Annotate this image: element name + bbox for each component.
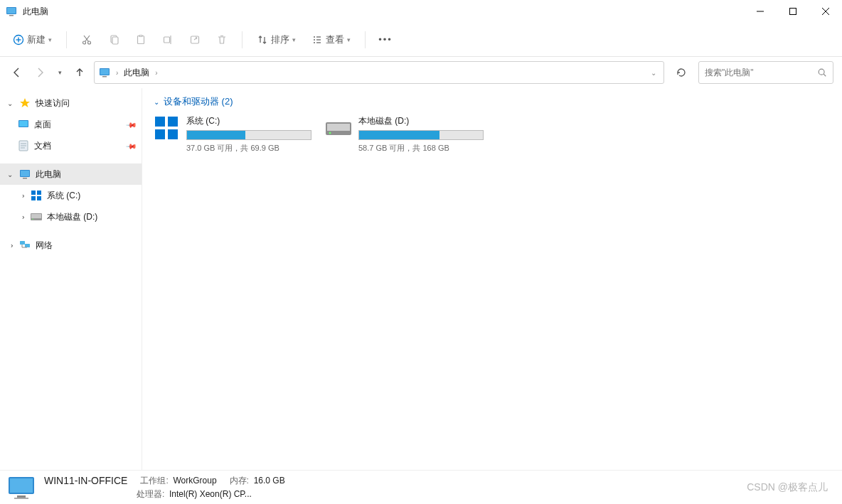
svg-rect-41 xyxy=(23,178,27,179)
new-button[interactable]: 新建 ▾ xyxy=(7,29,58,50)
forward-button[interactable] xyxy=(31,64,48,81)
address-dropdown[interactable]: ⌄ xyxy=(648,69,659,77)
svg-rect-1 xyxy=(7,8,16,14)
drive-usage-bar xyxy=(186,130,311,140)
cut-icon xyxy=(81,34,92,45)
toolbar: 新建 ▾ 排序 ▾ 查看 ▾ ••• xyxy=(0,23,842,57)
drive-usage-fill xyxy=(359,131,439,139)
network-icon xyxy=(18,240,31,251)
recent-button[interactable]: ▾ xyxy=(54,64,65,81)
status-bar: WIN11-IN-OFFICE 工作组: WorkGroup 内存: 16.0 … xyxy=(0,470,842,504)
back-button[interactable] xyxy=(9,64,26,81)
svg-rect-42 xyxy=(31,191,36,195)
svg-rect-47 xyxy=(31,214,41,218)
cpu-value: Intel(R) Xeon(R) CP... xyxy=(169,489,252,499)
chevron-right-icon[interactable]: ⌄ xyxy=(6,241,14,250)
app-icon xyxy=(6,6,17,17)
up-button[interactable] xyxy=(71,64,88,81)
svg-rect-53 xyxy=(155,117,165,127)
tree-label: 本地磁盘 (D:) xyxy=(47,211,97,223)
drive-item-d[interactable]: 本地磁盘 (D:) 58.7 GB 可用，共 168 GB xyxy=(326,115,489,154)
minimize-button[interactable] xyxy=(744,0,777,23)
svg-point-59 xyxy=(329,132,331,134)
svg-rect-20 xyxy=(191,36,199,43)
chevron-down-icon: ▾ xyxy=(347,36,351,43)
search-input[interactable] xyxy=(705,68,817,77)
drive-windows-icon xyxy=(154,115,179,141)
copy-button[interactable] xyxy=(102,30,125,50)
svg-rect-58 xyxy=(327,124,350,131)
rename-button[interactable] xyxy=(156,30,179,50)
window-controls xyxy=(744,0,842,23)
chevron-right-icon[interactable]: ⌄ xyxy=(18,191,26,200)
share-icon xyxy=(189,34,201,45)
more-icon: ••• xyxy=(380,34,391,45)
section-header-devices[interactable]: ⌄ 设备和驱动器 (2) xyxy=(154,95,831,108)
content-pane: ⌄ 设备和驱动器 (2) 系统 (C:) 37.0 GB 可用，共 69.9 G… xyxy=(142,88,842,470)
more-button[interactable]: ••• xyxy=(374,30,397,50)
search-box[interactable] xyxy=(698,61,833,84)
drive-status: 58.7 GB 可用，共 168 GB xyxy=(358,143,489,154)
tree-item-desktop[interactable]: 桌面 📌 xyxy=(0,114,142,135)
svg-point-48 xyxy=(32,219,33,220)
drive-item-c[interactable]: 系统 (C:) 37.0 GB 可用，共 69.9 GB xyxy=(154,115,317,154)
drive-info: 本地磁盘 (D:) 58.7 GB 可用，共 168 GB xyxy=(358,115,489,154)
tree-item-quick-access[interactable]: ⌄ 快速访问 xyxy=(0,92,142,114)
breadcrumb-item[interactable]: 此电脑 xyxy=(124,67,149,79)
pin-icon: 📌 xyxy=(126,140,137,151)
paste-icon xyxy=(135,34,146,45)
tree-item-network[interactable]: ⌄ 网络 xyxy=(0,235,142,256)
workgroup-label: 工作组: xyxy=(140,476,168,486)
close-button[interactable] xyxy=(809,0,842,23)
svg-rect-62 xyxy=(17,495,26,498)
svg-rect-17 xyxy=(139,35,142,36)
paste-button[interactable] xyxy=(129,30,152,50)
cut-button[interactable] xyxy=(75,30,98,50)
drive-status: 37.0 GB 可用，共 69.9 GB xyxy=(186,143,317,154)
tree-item-this-pc[interactable]: ⌄ 此电脑 xyxy=(0,163,142,185)
delete-button[interactable] xyxy=(210,30,233,50)
drive-usage-bar xyxy=(358,130,484,140)
tree-item-documents[interactable]: 文档 📌 xyxy=(0,135,142,156)
new-label: 新建 xyxy=(27,33,46,46)
monitor-icon xyxy=(18,168,31,180)
view-label: 查看 xyxy=(326,33,344,46)
address-bar[interactable]: › 此电脑 › ⌄ xyxy=(94,61,664,84)
tree-item-drive-d[interactable]: ⌄ 本地磁盘 (D:) xyxy=(0,206,142,227)
chevron-right-icon: › xyxy=(116,69,118,77)
computer-icon xyxy=(7,475,36,500)
status-details: WIN11-IN-OFFICE 工作组: WorkGroup 内存: 16.0 … xyxy=(44,475,285,500)
drive-usage-fill xyxy=(187,131,245,139)
monitor-icon xyxy=(99,67,110,78)
chevron-right-icon[interactable]: ⌄ xyxy=(18,213,26,221)
svg-rect-15 xyxy=(112,37,118,44)
drive-icon xyxy=(30,213,43,220)
separator xyxy=(66,31,67,48)
svg-rect-61 xyxy=(10,478,33,493)
drive-list: 系统 (C:) 37.0 GB 可用，共 69.9 GB 本地磁盘 (D:) 5… xyxy=(154,115,831,154)
svg-marker-32 xyxy=(20,98,30,107)
chevron-down-icon: ⌄ xyxy=(154,98,159,106)
sort-icon xyxy=(257,34,268,45)
svg-rect-4 xyxy=(790,9,796,15)
share-button[interactable] xyxy=(183,30,206,50)
svg-rect-45 xyxy=(37,196,41,200)
sort-button[interactable]: 排序 ▾ xyxy=(251,29,302,50)
svg-point-30 xyxy=(819,69,824,75)
tree-label: 网络 xyxy=(36,240,53,252)
chevron-down-icon[interactable]: ⌄ xyxy=(6,171,14,178)
svg-rect-18 xyxy=(164,37,170,43)
drive-info: 系统 (C:) 37.0 GB 可用，共 69.9 GB xyxy=(186,115,317,154)
view-button[interactable]: 查看 ▾ xyxy=(306,29,356,50)
svg-line-13 xyxy=(84,36,89,42)
refresh-button[interactable] xyxy=(670,61,693,84)
svg-rect-50 xyxy=(25,244,30,247)
tree-label: 系统 (C:) xyxy=(47,190,80,202)
tree-label: 文档 xyxy=(34,140,51,152)
svg-rect-49 xyxy=(20,241,25,245)
tree-item-drive-c[interactable]: ⌄ 系统 (C:) xyxy=(0,185,142,206)
chevron-down-icon[interactable]: ⌄ xyxy=(6,100,14,107)
desktop-icon xyxy=(17,119,30,130)
maximize-button[interactable] xyxy=(777,0,809,23)
svg-line-31 xyxy=(824,74,826,76)
